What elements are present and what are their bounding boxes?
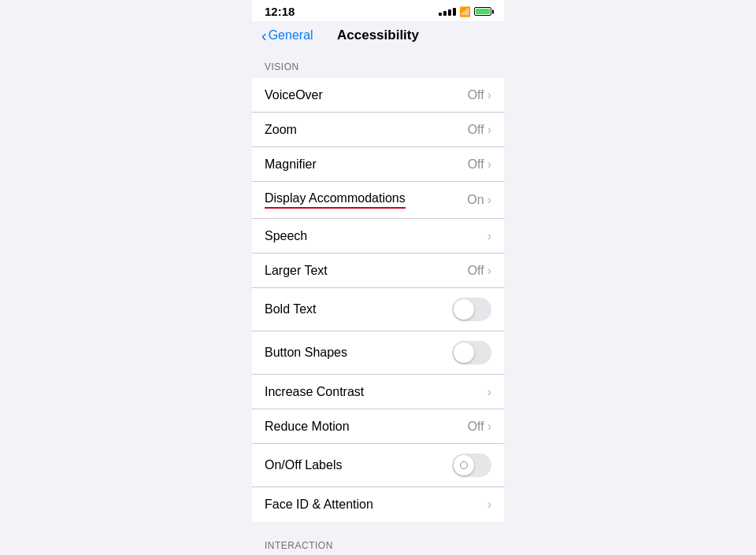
voiceover-row[interactable]: VoiceOver Off › <box>252 78 504 113</box>
onoff-labels-toggle[interactable] <box>452 453 491 477</box>
face-id-chevron-icon: › <box>487 498 491 512</box>
face-id-label: Face ID & Attention <box>265 498 373 512</box>
button-shapes-toggle[interactable] <box>452 341 491 364</box>
speech-label: Speech <box>265 229 307 243</box>
display-accommodations-chevron-icon: › <box>487 193 491 207</box>
larger-text-chevron-icon: › <box>487 264 491 278</box>
display-accommodations-value: On <box>467 193 484 207</box>
vision-header-text: VISION <box>265 61 299 72</box>
speech-chevron-icon: › <box>487 229 491 243</box>
onoff-labels-row[interactable]: On/Off Labels <box>252 444 504 487</box>
face-id-row[interactable]: Face ID & Attention › <box>252 487 504 522</box>
back-chevron-icon: ‹ <box>261 28 267 43</box>
zoom-label: Zoom <box>265 123 297 137</box>
page-title: Accessibility <box>337 28 419 43</box>
magnifier-value: Off <box>468 157 484 172</box>
phone-frame: 12:18 📶 ‹ General Accessibility VISION <box>252 0 504 555</box>
voiceover-value: Off <box>468 88 484 102</box>
larger-text-row[interactable]: Larger Text Off › <box>252 253 504 288</box>
wifi-icon: 📶 <box>459 6 471 17</box>
zoom-row[interactable]: Zoom Off › <box>252 113 504 147</box>
reduce-motion-label: Reduce Motion <box>265 420 350 434</box>
interaction-header-text: INTERACTION <box>265 540 333 551</box>
onoff-labels-toggle-knob <box>454 455 474 475</box>
nav-bar: ‹ General Accessibility <box>252 21 504 51</box>
bold-text-toggle-knob <box>454 299 474 320</box>
reduce-motion-value: Off <box>468 420 484 434</box>
voiceover-label: VoiceOver <box>265 88 323 102</box>
magnifier-row[interactable]: Magnifier Off › <box>252 147 504 182</box>
magnifier-chevron-icon: › <box>487 157 491 172</box>
increase-contrast-chevron-icon: › <box>487 385 491 399</box>
status-time: 12:18 <box>265 5 295 18</box>
display-accommodations-label: Display Accommodations <box>265 191 406 209</box>
button-shapes-row[interactable]: Button Shapes <box>252 331 504 375</box>
status-bar: 12:18 📶 <box>252 0 504 21</box>
onoff-labels-label: On/Off Labels <box>265 458 342 472</box>
larger-text-label: Larger Text <box>265 264 328 278</box>
bold-text-row[interactable]: Bold Text <box>252 288 504 331</box>
bold-text-label: Bold Text <box>265 302 317 316</box>
section-spacer-1 <box>252 522 504 530</box>
button-shapes-toggle-knob <box>454 342 474 363</box>
reduce-motion-row[interactable]: Reduce Motion Off › <box>252 409 504 444</box>
signal-icon <box>439 8 456 16</box>
zoom-chevron-icon: › <box>487 123 491 137</box>
bold-text-toggle[interactable] <box>452 298 491 321</box>
zoom-value: Off <box>468 123 484 137</box>
increase-contrast-label: Increase Contrast <box>265 385 364 399</box>
status-icons: 📶 <box>439 6 491 17</box>
speech-row[interactable]: Speech › <box>252 219 504 253</box>
voiceover-chevron-icon: › <box>487 88 491 102</box>
vision-group: VoiceOver Off › Zoom Off › Magnifier Off <box>252 78 504 522</box>
interaction-section-header: INTERACTION <box>252 530 504 555</box>
back-label: General <box>269 28 313 43</box>
display-accommodations-row[interactable]: Display Accommodations On › <box>252 182 504 219</box>
magnifier-label: Magnifier <box>265 157 317 172</box>
button-shapes-label: Button Shapes <box>265 346 347 360</box>
back-button[interactable]: ‹ General <box>261 28 313 43</box>
increase-contrast-row[interactable]: Increase Contrast › <box>252 375 504 409</box>
battery-fill <box>476 9 490 14</box>
reduce-motion-chevron-icon: › <box>487 420 491 434</box>
larger-text-value: Off <box>468 264 484 278</box>
vision-section-header: VISION <box>252 51 504 78</box>
battery-icon <box>474 7 491 16</box>
